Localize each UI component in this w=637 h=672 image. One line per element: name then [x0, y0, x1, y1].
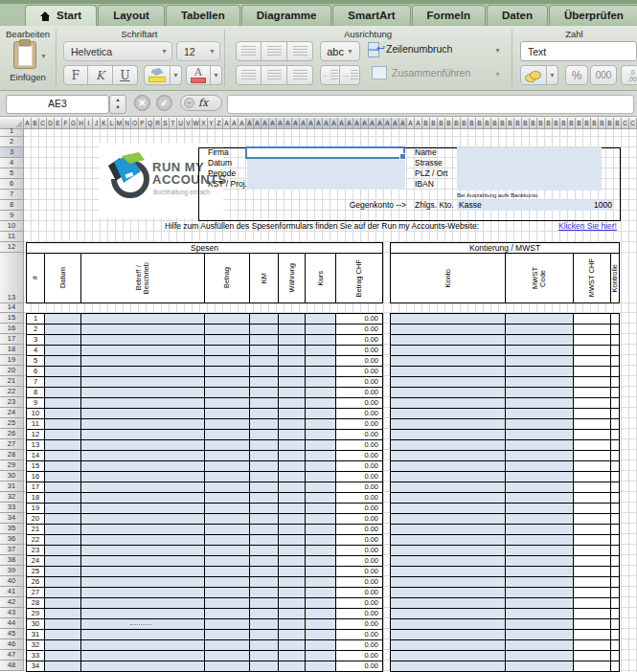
input-cell[interactable] — [205, 598, 250, 608]
row-header[interactable]: 34 — [0, 513, 24, 524]
input-cell[interactable] — [279, 419, 306, 429]
input-cell[interactable] — [45, 325, 81, 334]
column-header[interactable]: B — [430, 118, 438, 129]
input-cell[interactable] — [81, 661, 205, 671]
input-cell[interactable] — [391, 451, 506, 460]
column-header[interactable]: V — [185, 118, 193, 129]
column-header[interactable]: A — [346, 118, 353, 129]
line-number-cell[interactable]: 33 — [27, 651, 45, 661]
input-cell[interactable] — [81, 514, 205, 524]
input-cell[interactable] — [279, 630, 306, 639]
input-cell[interactable] — [391, 535, 506, 545]
input-cell[interactable] — [81, 335, 205, 345]
input-cell[interactable] — [391, 325, 506, 334]
row-header[interactable]: 42 — [0, 597, 24, 608]
line-number-cell[interactable]: 2 — [27, 325, 45, 334]
input-cell[interactable] — [506, 356, 574, 366]
tab-diagramme[interactable]: Diagramme — [241, 5, 332, 26]
column-header[interactable]: A — [384, 118, 392, 129]
row-header[interactable]: 23 — [0, 397, 24, 408]
decrease-indent-button[interactable]: ← — [320, 65, 340, 85]
input-cell[interactable] — [205, 314, 250, 324]
row-header[interactable]: 47 — [0, 650, 24, 661]
selection-handle[interactable] — [399, 153, 406, 160]
input-cell[interactable] — [250, 567, 279, 576]
thousands-button[interactable]: 000 — [590, 65, 617, 85]
input-cell[interactable] — [279, 388, 306, 397]
input-cell[interactable] — [391, 567, 506, 576]
bold-button[interactable]: F — [63, 65, 88, 85]
input-cell[interactable] — [506, 577, 574, 587]
input-cell[interactable] — [306, 556, 336, 566]
font-color-button[interactable]: A — [186, 65, 211, 85]
row-header[interactable]: 18 — [0, 345, 24, 355]
column-header[interactable]: U — [177, 118, 185, 129]
line-number-cell[interactable]: 14 — [27, 451, 45, 460]
input-cell[interactable] — [45, 661, 81, 671]
input-cell[interactable] — [81, 493, 205, 503]
row-header[interactable]: 38 — [0, 555, 24, 566]
input-cell[interactable] — [81, 525, 205, 534]
underline-button[interactable]: U — [113, 65, 138, 85]
input-cell[interactable] — [45, 461, 81, 471]
input-cell[interactable] — [205, 461, 250, 471]
input-cell[interactable] — [391, 493, 506, 503]
input-cell[interactable] — [81, 472, 205, 482]
column-header[interactable]: A — [315, 118, 323, 129]
input-cell[interactable] — [81, 535, 205, 545]
input-cell[interactable] — [306, 472, 336, 482]
input-cell[interactable] — [506, 346, 574, 355]
input-cell[interactable] — [45, 567, 81, 576]
input-cell[interactable] — [205, 619, 250, 629]
align-center-button[interactable] — [262, 65, 287, 85]
input-cell[interactable] — [205, 493, 250, 503]
input-cell[interactable] — [250, 367, 279, 376]
input-cell[interactable] — [391, 525, 506, 534]
input-cell[interactable] — [506, 546, 574, 555]
row-header[interactable]: 24 — [0, 408, 24, 418]
input-cell[interactable] — [81, 430, 205, 439]
column-header[interactable]: A — [376, 118, 384, 129]
input-cell[interactable] — [205, 609, 250, 618]
column-header[interactable]: B — [553, 118, 560, 129]
row-header[interactable]: 22 — [0, 387, 24, 397]
line-number-cell[interactable]: 5 — [27, 356, 45, 366]
column-header[interactable]: A — [254, 118, 262, 129]
paste-dropdown-arrow[interactable]: ▼ — [40, 53, 47, 59]
column-header[interactable]: B — [560, 118, 568, 129]
input-cell[interactable] — [279, 661, 306, 671]
input-cell[interactable] — [45, 504, 81, 513]
input-cell[interactable] — [81, 546, 205, 555]
line-number-cell[interactable]: 34 — [27, 661, 45, 671]
row-header[interactable]: 2 — [0, 137, 24, 147]
row-header[interactable]: 10 — [0, 221, 24, 232]
column-header[interactable]: B — [445, 118, 453, 129]
column-header[interactable]: A — [300, 118, 307, 129]
input-cell[interactable] — [45, 525, 81, 534]
number-format-select[interactable]: Text — [520, 41, 637, 61]
row-header[interactable]: 21 — [0, 376, 24, 387]
input-cell[interactable] — [306, 409, 336, 418]
input-cell[interactable] — [391, 472, 506, 482]
input-cell[interactable] — [391, 514, 506, 524]
input-cell[interactable] — [81, 356, 205, 366]
column-header[interactable]: H — [78, 118, 85, 129]
input-cell[interactable] — [506, 388, 574, 397]
input-cell[interactable] — [279, 440, 306, 450]
column-header[interactable]: R — [154, 118, 162, 129]
line-number-cell[interactable]: 32 — [27, 640, 45, 650]
input-cell[interactable] — [250, 546, 279, 555]
tab-layout[interactable]: Layout — [98, 5, 165, 26]
input-cell[interactable] — [81, 377, 205, 387]
input-cell[interactable] — [506, 430, 574, 439]
input-cell[interactable] — [45, 398, 81, 408]
input-cell[interactable] — [306, 482, 336, 492]
column-header[interactable]: P — [139, 118, 147, 129]
row-header[interactable]: 13 — [0, 253, 24, 303]
column-header[interactable]: B — [591, 118, 599, 129]
input-cell[interactable] — [205, 325, 250, 334]
input-cell[interactable] — [279, 525, 306, 534]
input-cell[interactable] — [506, 514, 574, 524]
column-header[interactable]: A — [330, 118, 338, 129]
column-header[interactable]: A — [239, 118, 246, 129]
